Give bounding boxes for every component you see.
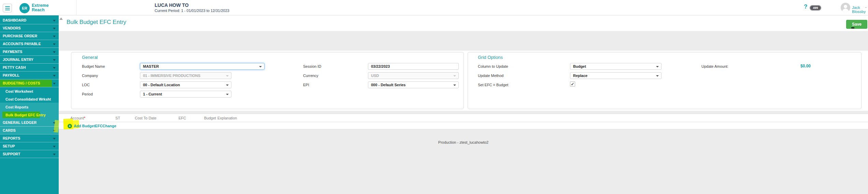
company-label: Company bbox=[82, 74, 98, 78]
caret-down-icon bbox=[53, 43, 56, 45]
loc-select[interactable]: 00 - Default Location bbox=[140, 81, 231, 88]
grid-options-panel bbox=[468, 52, 862, 109]
dropdown-caret-icon bbox=[226, 94, 229, 95]
production-footer-note: Production - ztest_lucahowto2 bbox=[59, 140, 868, 144]
general-panel-title: General bbox=[82, 55, 98, 60]
set-efc-budget-label: Set EFC = Budget bbox=[478, 83, 508, 87]
session-id-label: Session ID bbox=[303, 64, 321, 68]
brand-wordmark: Extreme Reach bbox=[32, 3, 48, 12]
sidebar-item-cost-worksheet[interactable]: Cost Worksheet bbox=[0, 87, 59, 95]
sidebar-item-cost-consolidated[interactable]: Cost Consolidated Wrksht bbox=[0, 95, 59, 103]
brand-logo-icon: ER bbox=[19, 3, 30, 13]
add-budget-efc-change-link[interactable]: + Add BudgetEFCChange bbox=[68, 123, 116, 129]
sidebar-item-reports[interactable]: REPORTS bbox=[0, 134, 59, 142]
loc-label: LOC bbox=[82, 83, 90, 87]
sidebar-item-support[interactable]: SUPPORT bbox=[0, 150, 59, 158]
sidebar-item-payments[interactable]: PAYMENTS bbox=[0, 48, 59, 56]
user-avatar[interactable] bbox=[841, 3, 850, 12]
dropdown-caret-icon bbox=[453, 75, 456, 77]
brand-line1: Extreme bbox=[32, 3, 48, 8]
required-asterisk: * bbox=[84, 116, 85, 120]
period-label: Period bbox=[82, 92, 93, 96]
dropdown-caret-icon bbox=[656, 66, 659, 67]
app-root: ER Extreme Reach LUCA HOW TO Current Per… bbox=[0, 0, 868, 194]
sidebar-item-budgeting-costs[interactable]: BUDGETING / COSTS bbox=[0, 79, 59, 87]
caret-down-icon bbox=[53, 51, 56, 53]
update-method-label: Update Method bbox=[478, 74, 503, 78]
dropdown-caret-icon bbox=[226, 85, 229, 86]
page-title-band bbox=[59, 15, 868, 31]
sidebar-item-cost-reports[interactable]: Cost Reports bbox=[0, 103, 59, 111]
sidebar-item-purchase-order[interactable]: PURCHASE ORDER bbox=[0, 32, 59, 40]
help-icon[interactable]: ? bbox=[804, 3, 807, 10]
caret-down-icon bbox=[53, 154, 56, 155]
column-to-update-select[interactable]: Budget bbox=[570, 63, 661, 70]
caret-down-icon bbox=[53, 138, 56, 140]
avatar-person-icon bbox=[844, 5, 847, 8]
top-header-bar: ER Extreme Reach LUCA HOW TO Current Per… bbox=[0, 0, 868, 15]
caret-down-icon bbox=[53, 59, 56, 61]
epi-label: EPI bbox=[303, 83, 309, 87]
sidebar-item-vendors[interactable]: VENDORS bbox=[0, 24, 59, 32]
grid-options-title: Grid Options bbox=[478, 55, 503, 60]
notification-count-badge[interactable]: 499 bbox=[810, 5, 821, 11]
caret-down-icon bbox=[53, 36, 56, 37]
budget-name-select[interactable]: MASTER bbox=[140, 63, 265, 70]
caret-down-icon bbox=[53, 146, 56, 147]
set-efc-budget-checkbox[interactable]: ✓ bbox=[570, 81, 575, 87]
sidebar-item-dashboard[interactable]: DASHBOARD bbox=[0, 16, 59, 24]
header-divider bbox=[76, 0, 76, 15]
update-amount-label: Update Amount: bbox=[701, 64, 728, 68]
currency-label: Currency bbox=[303, 74, 318, 78]
caret-down-icon bbox=[53, 75, 56, 77]
sidebar-item-petty-cash[interactable]: PETTY CASH bbox=[0, 64, 59, 72]
production-title: LUCA HOW TO bbox=[155, 2, 189, 8]
col-header-budget: Budget bbox=[204, 116, 216, 120]
sidebar-item-accounts-payable[interactable]: ACCOUNTS PAYABLE bbox=[0, 40, 59, 48]
hamburger-menu-button[interactable] bbox=[3, 4, 12, 12]
sidebar-item-bulk-budget-efc-entry[interactable]: Bulk Budget EFC Entry bbox=[0, 111, 59, 119]
add-plus-icon: + bbox=[68, 124, 72, 128]
update-method-select[interactable]: Replace bbox=[570, 72, 661, 79]
caret-down-icon bbox=[53, 83, 56, 85]
caret-down-icon bbox=[53, 67, 56, 69]
period-select[interactable]: 1 - Current bbox=[140, 91, 231, 98]
update-amount-value: $0.00 bbox=[800, 64, 811, 68]
sidebar-nav: DASHBOARD VENDORS PURCHASE ORDER ACCOUNT… bbox=[0, 15, 59, 194]
column-to-update-label: Column to Update bbox=[478, 64, 508, 68]
save-button[interactable]: Save bbox=[846, 20, 867, 29]
brand-line2: Reach bbox=[32, 8, 48, 12]
session-id-input[interactable]: 03/22/2023 bbox=[368, 63, 459, 70]
budget-name-label: Budget Name bbox=[82, 64, 105, 68]
dropdown-caret-icon bbox=[453, 85, 456, 86]
currency-select: USD bbox=[368, 72, 459, 79]
sidebar-item-general-ledger[interactable]: GENERAL LEDGER bbox=[0, 119, 59, 127]
chevron-down-icon: ⌄ bbox=[865, 5, 867, 9]
page-title: Bulk Budget EFC Entry bbox=[67, 19, 126, 26]
sidebar-item-setup[interactable]: SETUP bbox=[0, 142, 59, 150]
scroll-up-icon[interactable] bbox=[59, 17, 63, 20]
general-panel bbox=[71, 52, 464, 109]
epi-select[interactable]: 000 - Default Series bbox=[368, 81, 459, 88]
dropdown-caret-icon bbox=[656, 75, 659, 77]
caret-down-icon bbox=[53, 20, 56, 22]
caret-down-icon bbox=[53, 28, 56, 29]
company-select: 01 - IMMERSIVE PRODUCTIONS bbox=[140, 72, 231, 79]
sidebar-item-cards[interactable]: CARDS bbox=[0, 127, 59, 134]
dropdown-caret-icon bbox=[259, 66, 262, 67]
col-header-st: ST bbox=[115, 116, 120, 120]
current-period-text: Current Period: 1 - 01/01/2023 to 12/31/… bbox=[155, 9, 229, 13]
col-header-cost-to-date: Cost To Date bbox=[135, 116, 156, 120]
col-header-efc: EFC bbox=[179, 116, 186, 120]
sidebar-item-journal-entry[interactable]: JOURNAL ENTRY bbox=[0, 56, 59, 64]
dropdown-caret-icon bbox=[226, 75, 229, 77]
table-header-divider bbox=[59, 122, 868, 122]
col-header-explanation: Explanation bbox=[217, 116, 237, 120]
sidebar-item-payroll[interactable]: PAYROLL bbox=[0, 72, 59, 79]
cursor-artifact bbox=[851, 27, 854, 28]
